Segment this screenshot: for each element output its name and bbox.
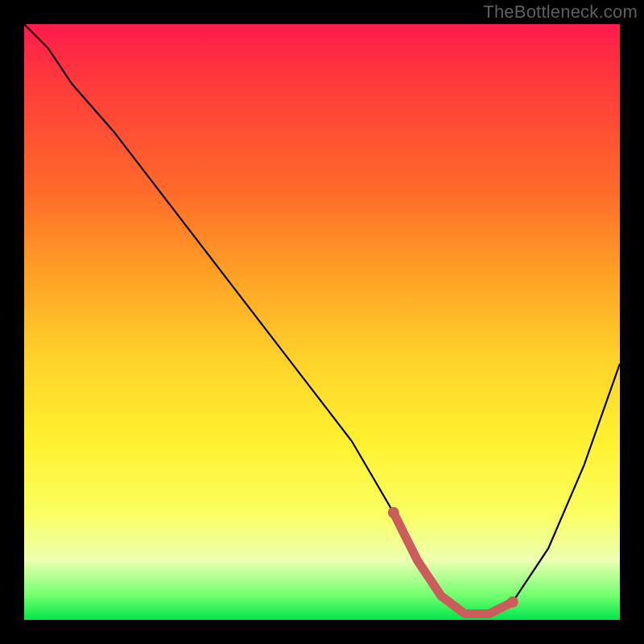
highlight-dot bbox=[507, 597, 518, 608]
plot-area bbox=[24, 24, 620, 620]
highlight-path bbox=[394, 513, 513, 614]
highlight-dots bbox=[388, 507, 518, 608]
watermark-text: TheBottleneck.com bbox=[483, 2, 638, 23]
highlight-dot bbox=[388, 507, 399, 518]
highlight-layer bbox=[24, 24, 620, 620]
chart-frame: TheBottleneck.com bbox=[0, 0, 644, 644]
